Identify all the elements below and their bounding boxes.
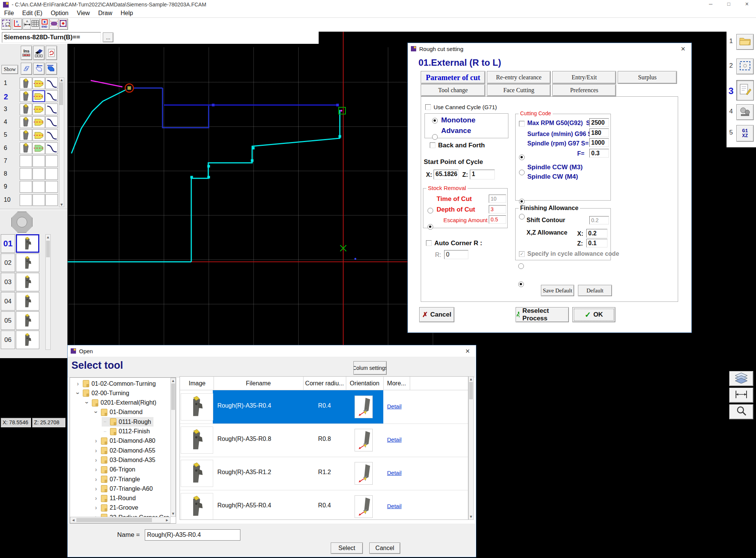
slot-5-cell-3[interactable] xyxy=(45,129,58,141)
close-button[interactable]: × xyxy=(738,0,756,9)
turret-tool-number-01[interactable]: 01 xyxy=(1,234,15,253)
slot-3-cell-2[interactable] xyxy=(33,104,45,115)
detail-link[interactable]: Detail xyxy=(387,436,401,443)
chevron-down-icon[interactable]: › xyxy=(84,402,90,403)
slot-4-cell-2[interactable] xyxy=(33,116,45,128)
cancel-open-button[interactable]: Cancel xyxy=(369,543,400,554)
tab-re-entry-clearance[interactable]: Re-entry clearance xyxy=(487,71,551,84)
turret-tool-image-06[interactable] xyxy=(16,331,39,349)
cancel-button[interactable]: ✗ Cancel xyxy=(419,307,454,322)
column-header-orientation[interactable]: Orientation xyxy=(346,377,384,390)
right-tool-g1xz-button[interactable]: G1XZ xyxy=(736,125,754,142)
slot-6-cell-3[interactable] xyxy=(45,142,58,154)
tree-item[interactable]: › 07-Triangle-A60 xyxy=(93,484,155,493)
tree-item[interactable]: › 11-Round xyxy=(93,494,138,503)
chevron-right-icon[interactable]: › xyxy=(77,380,79,387)
column-header-more[interactable]: More... xyxy=(383,377,410,390)
slot-1-cell-2[interactable] xyxy=(33,77,45,89)
rough-dialog-close-button[interactable]: × xyxy=(678,44,688,54)
slot-1-cell-1[interactable] xyxy=(20,77,32,89)
toolbar-axis-xz-button[interactable]: Xz xyxy=(12,19,22,30)
tab-parameter-of-cut[interactable]: Parameter of cut xyxy=(421,71,485,84)
slot-3-cell-1[interactable] xyxy=(20,104,32,115)
time-of-cut-field[interactable]: 10 xyxy=(489,195,506,203)
surface-speed-field[interactable]: 180 xyxy=(589,128,609,137)
chevron-right-icon[interactable]: › xyxy=(95,476,97,483)
chevron-right-icon[interactable]: › xyxy=(95,504,97,511)
tab-surplus[interactable]: Surplus xyxy=(618,71,677,84)
chevron-right-icon[interactable]: › xyxy=(95,447,97,454)
refresh-button[interactable] xyxy=(46,46,57,60)
name-field[interactable]: Rough(R)-A35-R0.4 xyxy=(145,529,240,541)
spindle-rpm-radio[interactable] xyxy=(519,170,525,175)
right-bottom-layers-button[interactable] xyxy=(729,371,753,386)
shift-contour-field[interactable]: 0.2 xyxy=(589,216,609,224)
slot-4-cell-3[interactable] xyxy=(45,116,58,128)
toolbar-fit-extents-button[interactable] xyxy=(58,19,68,30)
monotone-radio[interactable] xyxy=(432,118,438,124)
tree-item[interactable]: › 07-Triangle xyxy=(93,475,142,484)
chevron-right-icon[interactable]: › xyxy=(95,457,97,464)
tree-item[interactable]: › 21-Groove xyxy=(93,503,141,513)
toolbar-zoom-select-button[interactable] xyxy=(2,19,11,30)
detail-link[interactable]: Detail xyxy=(387,403,401,410)
tree-hscrollbar[interactable]: ◄ ► xyxy=(70,517,170,523)
tree-item[interactable]: › 01-02-Common-Turning xyxy=(74,379,158,388)
spindle-ccw-radio[interactable] xyxy=(519,199,525,204)
save-default-button[interactable]: Save Default xyxy=(541,285,574,296)
slot-10-cell-3[interactable] xyxy=(45,194,58,206)
auto-corner-checkbox[interactable] xyxy=(426,240,432,246)
slot-3-cell-3[interactable] xyxy=(45,104,58,115)
right-tool-tool-setup-button[interactable] xyxy=(736,104,754,120)
menu-item-view[interactable]: View xyxy=(73,9,94,17)
menu-item-edit-e[interactable]: Edit (E) xyxy=(18,9,46,17)
menu-item-help[interactable]: Help xyxy=(116,9,137,17)
slot-9-cell-2[interactable] xyxy=(33,181,45,193)
back-and-forth-checkbox[interactable] xyxy=(430,142,435,148)
turret-tool-number-06[interactable]: 06 xyxy=(1,331,15,349)
allowance-x-field[interactable]: 0.2 xyxy=(586,229,607,238)
tab-tool-change[interactable]: Tool change xyxy=(421,84,485,96)
post-processor-more-button[interactable]: ... xyxy=(103,32,113,42)
slot-6-cell-1[interactable] xyxy=(20,142,32,154)
turret-tool-image-01[interactable] xyxy=(16,234,39,253)
max-rpm-field[interactable]: 2500 xyxy=(589,118,609,127)
toolbar-end-point-button[interactable]: END xyxy=(40,19,50,30)
menu-item-draw[interactable]: Draw xyxy=(94,9,116,17)
maximize-button[interactable]: □ xyxy=(720,0,738,9)
specify-cycle-checkbox[interactable] xyxy=(519,251,525,257)
right-tool-open-folder-button[interactable] xyxy=(736,34,754,50)
escaping-field[interactable]: 0.5 xyxy=(489,215,506,224)
diamond-insert-button[interactable] xyxy=(21,63,32,75)
allowance-z-field[interactable]: 0.1 xyxy=(586,239,607,247)
post-processor-combo[interactable]: Siemens-828D-Turn(B)==(Lathe) xyxy=(2,32,101,43)
slot-8-cell-1[interactable] xyxy=(20,168,32,180)
column-header-filename[interactable]: Filename xyxy=(214,377,304,390)
turret-tool-image-05[interactable] xyxy=(16,311,39,330)
insert-tool-button[interactable]: Ins xyxy=(21,46,32,60)
tree-item[interactable]: › 02-Diamond-A55 xyxy=(93,446,158,455)
slot-7-cell-2[interactable] xyxy=(33,155,45,167)
tab-entry-exit[interactable]: Entry/Exit xyxy=(552,71,616,84)
turret-icon[interactable] xyxy=(11,212,33,233)
spindle-rpm-field[interactable]: 1000 xyxy=(589,138,609,147)
default-button[interactable]: Default xyxy=(578,285,612,296)
start-z-field[interactable]: 1 xyxy=(470,170,495,179)
rough-dialog-titlebar[interactable]: Rough cut setting xyxy=(408,43,691,54)
chevron-right-icon[interactable]: › xyxy=(95,495,97,502)
column-settings-button[interactable]: Colum settings xyxy=(353,361,387,375)
turret-tool-number-02[interactable]: 02 xyxy=(1,253,15,272)
slot-10-cell-1[interactable] xyxy=(20,194,32,206)
table-row[interactable]: Rough(R)-A35-R0.8R0.8 Detail xyxy=(180,424,468,457)
toolbar-solid-capsule-button[interactable] xyxy=(49,19,59,30)
profile-left-button[interactable] xyxy=(33,63,45,75)
slot-1-cell-3[interactable] xyxy=(45,77,58,89)
tree-vscrollbar[interactable]: ▲ ▼ xyxy=(170,378,176,517)
right-tool-process-edit-button[interactable] xyxy=(736,80,754,100)
slot-5-cell-1[interactable] xyxy=(20,129,32,141)
max-rpm-checkbox[interactable] xyxy=(519,121,525,127)
column-header-image[interactable]: Image xyxy=(181,377,214,390)
right-tool-select-region-button[interactable] xyxy=(736,59,754,74)
ok-button[interactable]: ✓ OK xyxy=(572,307,615,322)
profile-right-button[interactable] xyxy=(46,63,57,75)
